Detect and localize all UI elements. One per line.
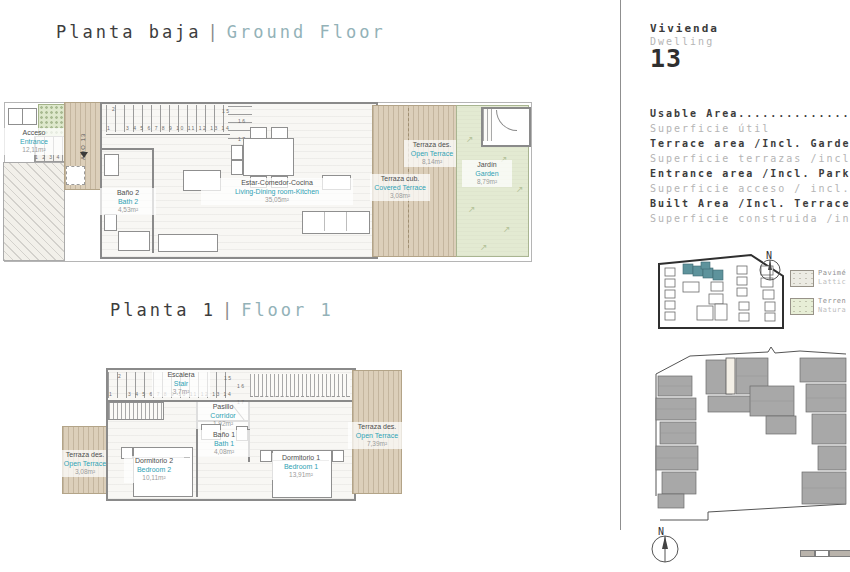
entry-step-numbers: 1 2 3 4 (35, 154, 61, 160)
legend-natural-es: Terren (818, 297, 846, 305)
stair-number: 1 (109, 391, 113, 397)
dining-chair (231, 160, 243, 175)
access-deck-hatch (3, 162, 65, 261)
floor1-plan: Terraza des. Open Terrace 3,08m² 2 1 3 4… (0, 360, 420, 505)
garden-arrow-icon: ↗ (466, 134, 474, 144)
pergola-slats (250, 374, 350, 397)
wall-segment (102, 148, 154, 150)
legend-swatch-natural (790, 298, 814, 315)
dwelling-label-es: Vivienda (650, 22, 719, 35)
room-label-bedroom2: Dormitorio 2 Bedroom 2 10,11m² (124, 456, 184, 483)
legend-natural-en: Natura (818, 306, 846, 314)
floor1-title-en: Floor 1 (241, 300, 334, 320)
entry-arrow-icon (80, 152, 88, 158)
site-plan-highlight (726, 358, 735, 394)
utility-cabinet (22, 108, 37, 125)
garden-arrow-icon: ↗ (516, 184, 524, 194)
room-label-open-terrace: Terraza des. Open Terrace 8,14m² (404, 140, 460, 167)
dining-chair (271, 127, 288, 139)
legend-swatch-lattice (790, 270, 814, 287)
ground-floor-title: Planta baja|Ground Floor (56, 22, 386, 42)
north-arrow-icon (650, 534, 680, 564)
ground-floor-plan: 1 2 3 4 Acceso Entrance 12,11m² ADO 13 2… (0, 96, 540, 266)
stair-number: 15 (224, 375, 233, 381)
north-arrow-icon (758, 258, 782, 282)
ground-title-es: Planta baja (56, 22, 202, 42)
stair-number: 2 (118, 373, 122, 379)
site-plan (650, 346, 850, 530)
nightstand (260, 450, 272, 462)
sofa-cushion-line (346, 212, 347, 231)
area-line-built-en: Built Area /Incl. Terrace/ . (650, 198, 850, 209)
dining-chair (231, 145, 243, 160)
room-label-living: Estar-Comedor-Cocina Living-Dining room-… (201, 178, 353, 205)
area-line-usable-es: Superficie útil (650, 123, 770, 134)
sidebar: Vivienda Dwelling 13 Usable Area........… (650, 0, 850, 572)
title-separator: | (216, 300, 241, 320)
ground-title-en: Ground Floor (227, 22, 386, 42)
sofa (302, 211, 370, 234)
stair-number: 16 (238, 118, 247, 124)
water-heater (66, 166, 85, 185)
sofa-cushion-line (324, 212, 325, 231)
kitchen-counter (158, 234, 218, 252)
stair-number: 1 (107, 125, 111, 131)
floor1-title-es: Planta 1 (110, 300, 216, 320)
area-line-entrance-es: Superficie acceso / incl. ga (650, 183, 850, 194)
area-line-terrace-en: Terrace area /Incl. Garden a (650, 138, 850, 149)
utility-cabinet (8, 108, 23, 125)
bath2-shower (118, 231, 150, 251)
garden-arrow-icon: ↗ (480, 242, 488, 252)
scale-bar: 0m 5m 1m (800, 550, 850, 572)
room-label-garden: Jardín Garden 8,79m² (462, 160, 512, 187)
stair-number: 16 (237, 383, 246, 389)
nightstand (332, 450, 344, 462)
room-label-entrance: Acceso Entrance 12,11m² (2, 128, 66, 155)
section-divider (620, 0, 621, 530)
room-label-covered-terrace: Terraza cub. Covered Terrace 3,08m² (370, 174, 430, 201)
wall-segment (106, 134, 230, 135)
dwelling-number: 13 (650, 44, 682, 73)
garden-arrow-icon: ↗ (468, 204, 476, 214)
area-line-entrance-en: Entrance area /Incl. Parking (650, 168, 850, 179)
title-separator: | (202, 22, 227, 42)
room-label-stair: Escalera Stair 3,7m² (152, 370, 210, 397)
wardrobe (108, 402, 164, 420)
room-label-bath1: Baño 1 Bath 1 4,08m² (198, 430, 250, 457)
stair-number: 2 (112, 106, 116, 112)
storage-hatch (483, 109, 492, 141)
key-map-highlight (683, 262, 723, 280)
stair-numbers-run: 3 4 5 6 7 8 9 10 11 12 13 14 (126, 125, 230, 131)
plan-sheet: Planta baja|Ground Floor 1 2 3 4 Acceso … (0, 0, 850, 572)
area-line-built-es: Superficie construida /incl. (650, 213, 850, 224)
area-line-terrace-es: Superficie terrazas /incl. j (650, 153, 850, 164)
legend-lattice-es: Pavimé (818, 269, 846, 277)
legend-lattice-en: Lattic (818, 278, 846, 286)
room-label-terrace-left: Terraza des. Open Terrace 3,08m² (58, 450, 112, 477)
dining-table (243, 138, 294, 176)
room-label-terrace-right: Terraza des. Open Terrace 7,39m² (348, 422, 406, 449)
stair-number: 15 (222, 108, 231, 114)
area-line-usable-en: Usable Area...................... (650, 108, 850, 119)
bath2-sink (104, 154, 119, 176)
dining-chair (250, 127, 267, 139)
bath2-toilet (104, 214, 117, 231)
floor1-title: Planta 1|Floor 1 (110, 300, 334, 320)
garden-arrow-icon: ↗ (503, 224, 511, 234)
room-label-bedroom1: Dormitorio 1 Bedroom 1 13,91m² (272, 453, 330, 480)
room-label-bath2: Baño 2 Bath 2 4,53m² (100, 188, 156, 215)
